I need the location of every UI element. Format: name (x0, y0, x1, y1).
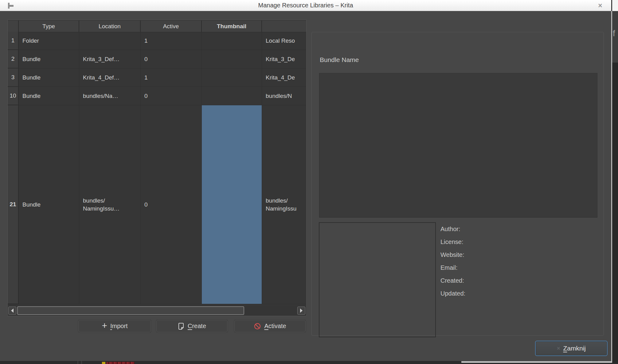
scroll-left-arrow[interactable] (8, 307, 16, 315)
row-number[interactable]: 10 (8, 87, 19, 105)
cell-name[interactable]: bundles/N (262, 87, 307, 105)
cell-type[interactable]: Bundle (19, 105, 79, 304)
cell-thumbnail-selected[interactable] (202, 105, 262, 304)
background-strip: f (612, 0, 618, 364)
table-row[interactable]: 3 Bundle Krita_4_Def… 1 Krita_4_De (8, 68, 307, 87)
website-label: Website: (440, 248, 465, 261)
cell-type[interactable]: Bundle (19, 87, 79, 105)
bundle-thumbnail-preview (319, 222, 436, 337)
activate-button[interactable]: Activate (234, 320, 306, 332)
cell-active[interactable]: 0 (141, 87, 202, 105)
header-name[interactable]: Name (262, 21, 307, 32)
no-entry-icon (254, 323, 261, 330)
scrollbar-thumb[interactable] (17, 306, 244, 315)
corner-header-cell[interactable] (8, 21, 19, 32)
table-row[interactable]: 21 Bundle bundles/ NamingIssu… 0 bundles… (8, 105, 307, 304)
dialog-body: Type Location Active Thumbnail Name 1 Fo… (0, 11, 611, 361)
background-bottom-strip (0, 361, 461, 364)
import-button[interactable]: + Import (78, 320, 151, 332)
create-button[interactable]: Create (156, 320, 228, 332)
left-triangle-icon (11, 308, 14, 313)
bundle-description-box (319, 73, 597, 218)
background-partial-letter: f (613, 29, 615, 38)
updated-label: Updated: (440, 287, 465, 300)
cell-name[interactable]: bundles/ NamingIssu (262, 105, 307, 304)
bundle-details-panel: Bundle Name Author: License: Website: Em… (311, 32, 604, 336)
cell-active[interactable]: 1 (141, 32, 202, 50)
create-label: Create (188, 323, 206, 330)
created-label: Created: (440, 274, 465, 287)
cell-thumbnail[interactable] (202, 68, 262, 87)
cell-type[interactable]: Bundle (19, 68, 79, 87)
close-icon[interactable]: × (596, 1, 604, 10)
cell-active[interactable]: 1 (141, 68, 202, 87)
cell-location[interactable]: Krita_4_Def… (79, 68, 141, 87)
cell-location[interactable]: bundles/ NamingIssu… (79, 105, 141, 304)
cell-thumbnail[interactable] (202, 50, 262, 68)
row-number[interactable]: 21 (8, 105, 19, 304)
cell-active[interactable]: 0 (141, 105, 202, 304)
bundle-name-label: Bundle Name (320, 56, 359, 64)
background-artifact-red (106, 362, 135, 364)
resource-table: Type Location Active Thumbnail Name 1 Fo… (7, 20, 307, 316)
cell-location[interactable] (79, 32, 141, 50)
cell-thumbnail[interactable] (202, 87, 262, 105)
cell-type[interactable]: Folder (19, 32, 79, 50)
author-label: Author: (440, 223, 465, 235)
activate-label: Activate (264, 323, 286, 330)
cell-location[interactable]: bundles/Na… (79, 87, 141, 105)
row-number[interactable]: 3 (8, 68, 19, 87)
table-row[interactable]: 1 Folder 1 Local Reso (8, 32, 307, 50)
background-artifact (81, 361, 82, 364)
cell-name[interactable]: Krita_3_De (262, 50, 307, 68)
titlebar[interactable]: Manage Resource Libraries – Krita × (0, 0, 611, 11)
cell-name[interactable]: Local Reso (262, 32, 307, 50)
header-type[interactable]: Type (19, 21, 79, 32)
table-header-row: Type Location Active Thumbnail Name (8, 21, 307, 32)
header-active[interactable]: Active (141, 21, 202, 32)
cell-active[interactable]: 0 (141, 50, 202, 68)
screen: Manage Resource Libraries – Krita × Type… (0, 0, 618, 364)
scroll-right-arrow[interactable] (297, 307, 305, 315)
license-label: License: (440, 235, 465, 248)
table-row[interactable]: 10 Bundle bundles/Na… 0 bundles/N (8, 87, 307, 105)
cell-thumbnail[interactable] (202, 32, 262, 50)
cell-name[interactable]: Krita_4_De (262, 68, 307, 87)
cell-type[interactable]: Bundle (19, 50, 79, 68)
table-row[interactable]: 2 Bundle Krita_3_Def… 0 Krita_3_De (8, 50, 307, 68)
zamknij-label: Zamknij (563, 345, 586, 352)
header-location[interactable]: Location (79, 21, 141, 32)
background-artifact (77, 361, 78, 364)
row-number[interactable]: 1 (8, 32, 19, 50)
zamknij-close-button[interactable]: × Zamknij (535, 341, 608, 356)
plus-icon: + (102, 323, 107, 329)
email-label: Email: (440, 261, 465, 274)
background-artifact-yellow (102, 362, 105, 364)
new-document-icon (178, 323, 185, 330)
right-triangle-icon (300, 308, 303, 313)
header-thumbnail[interactable]: Thumbnail (202, 21, 262, 32)
close-x-icon: × (557, 345, 560, 352)
bundle-metadata: Author: License: Website: Email: Created… (440, 223, 465, 300)
import-label: Import (110, 323, 128, 330)
horizontal-scrollbar[interactable] (8, 306, 306, 315)
cell-location[interactable]: Krita_3_Def… (79, 50, 141, 68)
background-bottom-strip (461, 363, 618, 364)
window-title: Manage Resource Libraries – Krita (0, 0, 611, 11)
row-number[interactable]: 2 (8, 50, 19, 68)
